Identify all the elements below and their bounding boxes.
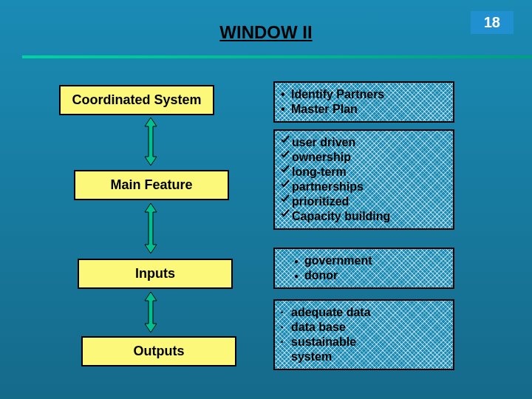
svg-marker-2 xyxy=(145,292,157,332)
list-item: Capacity building xyxy=(281,209,447,224)
box-identify-master: Identify PartnersMaster Plan xyxy=(273,81,454,123)
box-inputs-list: governmentdonor xyxy=(273,248,454,289)
double-arrow-icon xyxy=(144,117,157,166)
list-item: long-term xyxy=(281,165,447,180)
box-inputs: Inputs xyxy=(78,259,233,289)
list-item: system xyxy=(281,349,447,364)
svg-marker-0 xyxy=(145,117,157,166)
box-main-feature: Main Feature xyxy=(74,170,229,200)
box-coordinated-system: Coordinated System xyxy=(59,85,214,115)
box-features-list: user drivenownershiplong-termpartnership… xyxy=(273,129,454,230)
list-item: partnerships xyxy=(281,180,447,194)
slide-title: WINDOW II xyxy=(219,22,312,43)
svg-marker-1 xyxy=(145,203,157,253)
box-outputs: Outputs xyxy=(81,336,236,366)
list-item: Master Plan xyxy=(281,102,447,117)
list-item: sustainable xyxy=(281,335,447,349)
list-item: adequate data xyxy=(281,305,447,320)
list-item: data base xyxy=(281,320,447,335)
list-item: government xyxy=(281,253,447,268)
list-item: donor xyxy=(281,268,447,283)
double-arrow-icon xyxy=(144,292,157,332)
list-item: Identify Partners xyxy=(281,87,447,102)
page-number: 18 xyxy=(471,11,514,34)
list-item: prioritized xyxy=(281,194,447,209)
double-arrow-icon xyxy=(144,203,157,253)
box-outputs-list: adequate datadata basesustainablesystem xyxy=(273,299,454,370)
accent-line xyxy=(22,55,532,58)
list-item: ownership xyxy=(281,150,447,165)
list-item: user driven xyxy=(281,135,447,150)
